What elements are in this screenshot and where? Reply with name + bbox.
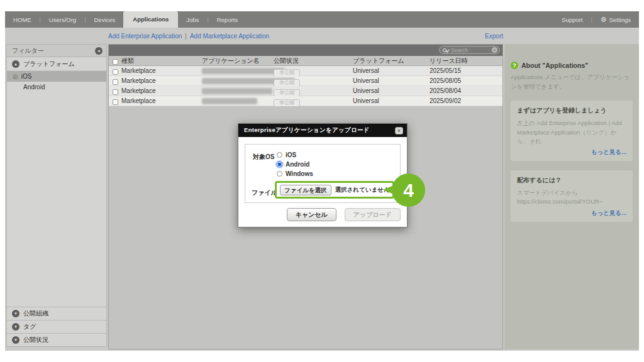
column-header-type[interactable]: 種類: [121, 56, 134, 65]
filter-title: フィルター: [12, 47, 44, 55]
section-toggle-icon: ▾: [12, 336, 19, 344]
filter-item-ios[interactable]: ◎ iOS: [7, 71, 106, 82]
nav-devices[interactable]: Devices: [86, 16, 123, 23]
column-header-platform[interactable]: プラットフォーム: [353, 56, 404, 65]
os-radio-group: iOS Android Windows: [277, 150, 313, 178]
add-enterprise-application-link[interactable]: Add Enterprise Application: [108, 33, 182, 40]
column-header-app-name[interactable]: アプリケーション名: [202, 56, 260, 65]
filter-collapsed-sections: ▾ 公開組織 ▾ タグ ▾ 公開状況: [7, 307, 106, 346]
step-badge: 4: [392, 173, 425, 207]
cell-app-name: [202, 66, 285, 76]
section-toggle-icon: ▴: [12, 60, 19, 68]
help-card-register: まずはアプリを登録しましょう 左上の Add Enterprise Applic…: [511, 101, 633, 161]
filter-section-tag[interactable]: ▾ タグ: [7, 320, 106, 333]
search-clear-icon[interactable]: ×: [492, 47, 497, 53]
choose-file-button[interactable]: ファイルを選択: [280, 185, 331, 195]
radio-label: iOS: [286, 151, 296, 158]
filter-item-label: Android: [23, 84, 45, 90]
modal-buttons: キャンセル アップロード: [287, 208, 401, 221]
radio-icon[interactable]: [277, 171, 282, 177]
nav-applications-active-tab[interactable]: Applications: [123, 11, 178, 28]
cell-released: 2025/08/05: [430, 76, 461, 86]
table-row[interactable]: Marketplace . 非公開 Universal 2025/08/05: [109, 76, 502, 86]
nav-home[interactable]: HOME: [5, 16, 40, 23]
table-body: Marketplace 非公開 Universal 2025/05/15 Mar…: [109, 66, 502, 106]
filter-section-label: タグ: [23, 322, 36, 331]
gear-icon: ⚙: [601, 16, 607, 23]
clomo-applications-screen: HOME | Users/Org | Devices Applications …: [0, 0, 644, 362]
os-option-ios[interactable]: iOS: [277, 150, 313, 160]
cell-platform: Universal: [353, 96, 379, 106]
os-option-android[interactable]: Android: [277, 160, 313, 169]
nav-reports[interactable]: Reports: [209, 16, 246, 23]
nav-jobs[interactable]: Jobs: [178, 16, 207, 23]
section-toggle-icon: ▾: [12, 323, 19, 331]
radio-icon[interactable]: [277, 152, 282, 158]
search-input[interactable]: [451, 47, 491, 53]
help-icon: ?: [511, 62, 518, 69]
table-row[interactable]: Marketplace 非公開 Universal 2025/05/15: [109, 66, 502, 76]
see-more-link[interactable]: もっと見る...: [517, 209, 626, 217]
row-checkbox[interactable]: [113, 99, 118, 105]
row-checkbox[interactable]: [113, 79, 118, 85]
target-os-label: 対象OS: [253, 153, 274, 162]
row-checkbox[interactable]: [113, 69, 118, 75]
help-card-body: 左上の Add Enterprise Application | Add Mar…: [517, 119, 626, 146]
search-icon: [443, 48, 447, 52]
filter-section-publish-status[interactable]: ▾ 公開状況: [7, 333, 106, 346]
row-checkbox[interactable]: [113, 89, 118, 95]
see-more-link[interactable]: もっと見る...: [517, 148, 626, 156]
cell-platform: Universal: [353, 86, 379, 96]
collapse-sidebar-icon[interactable]: ◂: [95, 47, 103, 55]
cancel-button[interactable]: キャンセル: [287, 208, 336, 221]
file-status-text: 選択されていません: [335, 186, 390, 194]
status-badge: 非公開: [274, 99, 300, 107]
cell-platform: Universal: [353, 66, 379, 76]
cell-released: 2025/05/15: [430, 66, 461, 76]
filter-section-label: 公開組織: [23, 309, 48, 318]
os-option-windows[interactable]: Windows: [277, 169, 313, 178]
column-header-released[interactable]: リリース日時: [430, 56, 468, 65]
about-description: Applications メニューでは、アプリケーションを管理できます。: [511, 73, 634, 91]
close-icon[interactable]: ×: [395, 127, 403, 134]
add-application-links: Add Enterprise Application|Add Marketpla…: [108, 33, 269, 40]
section-toggle-icon: ▾: [12, 310, 19, 317]
filter-item-android[interactable]: Android: [7, 82, 106, 92]
select-all-checkbox[interactable]: [113, 59, 118, 65]
modal-title: Enterpriseアプリケーションをアップロード: [244, 126, 395, 134]
upload-button[interactable]: アップロード: [345, 208, 401, 221]
cell-type: Marketplace: [121, 96, 155, 106]
filter-section-platform[interactable]: ▴ プラットフォーム: [7, 57, 106, 71]
about-heading: ? About "Applications": [511, 62, 633, 69]
help-card-title: まずはアプリを登録しましょう: [517, 106, 626, 115]
filter-section-label: 公開状況: [23, 336, 48, 344]
help-card-title: 配布するには？: [517, 176, 626, 185]
search-box[interactable]: ▾ ×: [439, 46, 500, 54]
cell-released: 2025/09/02: [430, 96, 461, 106]
table-header-row: 種類 アプリケーション名 公開状況 プラットフォーム リリース日時: [109, 56, 502, 66]
step-highlight-box: ファイルを選択 選択されていません: [275, 181, 394, 199]
add-marketplace-application-link[interactable]: Add Marketplace Application: [190, 33, 269, 40]
selected-filter-icon: ◎: [13, 73, 18, 80]
filter-section-label: プラットフォーム: [23, 60, 75, 69]
cell-released: 2025/08/04: [430, 86, 461, 96]
radio-icon-selected[interactable]: [277, 162, 282, 167]
nav-users-org[interactable]: Users/Org: [41, 16, 84, 23]
nav-support[interactable]: Support: [553, 16, 591, 23]
table-row[interactable]: Marketplace 非公開 Universal 2025/09/02: [109, 96, 502, 106]
help-sidebar: ? About "Applications" Applications メニュー…: [504, 44, 639, 349]
top-nav: HOME | Users/Org | Devices Applications …: [5, 11, 639, 28]
table-row[interactable]: Marketplace 非公開 Universal 2025/08/04: [109, 86, 502, 96]
export-link[interactable]: Export: [485, 33, 503, 40]
filter-section-published-org[interactable]: ▾ 公開組織: [7, 307, 106, 320]
nav-settings[interactable]: ⚙Settings: [592, 16, 639, 24]
help-card-distribute: 配布するには？ スマートデバイスからhttps://clomo.com/port…: [511, 170, 633, 222]
table-toolbar: ▾ ×: [109, 45, 502, 56]
help-card-body: スマートデバイスからhttps://clomo.com/portal/YOUR~: [517, 189, 626, 207]
filter-sidebar: フィルター ◂ ▴ プラットフォーム ◎ iOS Android ▾ 公開組織 …: [6, 44, 107, 347]
filter-item-label: iOS: [21, 73, 32, 80]
modal-header: Enterpriseアプリケーションをアップロード ×: [238, 124, 407, 137]
redacted-app-name: [202, 68, 285, 74]
column-header-status[interactable]: 公開状況: [274, 56, 299, 65]
filter-header: フィルター ◂: [7, 45, 106, 57]
